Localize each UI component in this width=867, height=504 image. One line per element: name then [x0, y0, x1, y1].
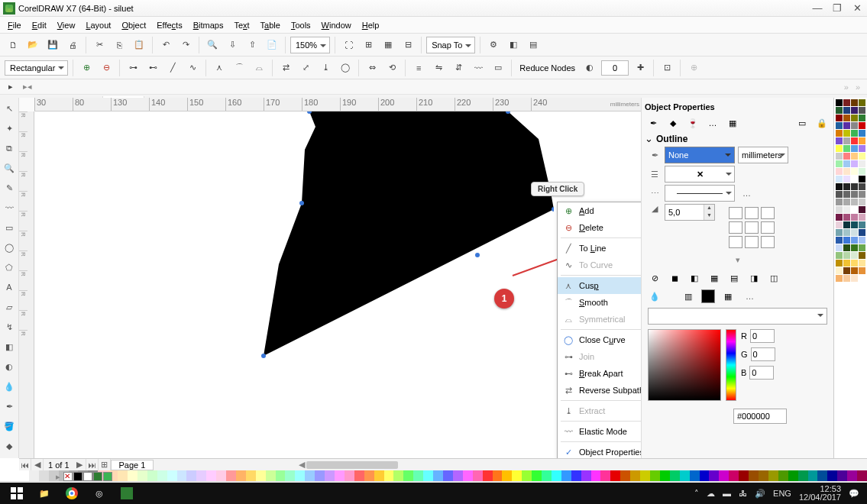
palette-swatch[interactable] [859, 214, 865, 221]
palette-swatch[interactable] [843, 115, 850, 121]
palette-swatch[interactable] [851, 137, 858, 144]
reflect-h-button[interactable]: ⇋ [430, 60, 447, 76]
grid-button[interactable]: ▦ [380, 37, 396, 53]
page-tab-1[interactable]: Page 1 [111, 460, 154, 470]
ctx-to-line[interactable]: ╱To Line [558, 240, 641, 257]
palette-swatch[interactable] [851, 130, 858, 137]
palette-swatch[interactable] [843, 229, 850, 236]
palette-swatch[interactable] [851, 214, 858, 221]
maximize-button[interactable]: ❐ [830, 2, 844, 14]
pick-tool-icon[interactable]: ▸ [5, 81, 17, 93]
palette-swatch[interactable] [859, 130, 865, 137]
menu-effects[interactable]: Effects [152, 19, 186, 31]
palette-swatch[interactable] [859, 168, 865, 175]
start-button[interactable] [3, 484, 31, 502]
r-input[interactable] [750, 329, 775, 343]
ctx-reverse[interactable]: ⇄Reverse Subpaths [558, 382, 641, 399]
tray-onedrive-icon[interactable]: ☁ [707, 489, 715, 499]
artistic-tool[interactable]: 〰 [2, 200, 17, 215]
palette-swatch[interactable] [859, 160, 865, 167]
palette-swatch[interactable] [843, 252, 850, 259]
reduce-value-input[interactable]: 0 [601, 60, 629, 76]
ctx-break-apart[interactable]: ⊷Break Apart [558, 365, 641, 382]
palette-swatch[interactable] [843, 122, 850, 129]
paste-button[interactable]: 📋 [131, 37, 147, 53]
palette-icon[interactable]: ▦ [721, 289, 735, 303]
app-button[interactable]: ▤ [525, 37, 542, 53]
ctx-smooth[interactable]: ⌒Smooth [558, 294, 641, 311]
cusp-node-button[interactable]: ⋏ [211, 60, 228, 76]
menu-table[interactable]: Table [256, 19, 285, 31]
miter-value[interactable] [665, 208, 704, 217]
print-button[interactable]: 🖨 [64, 37, 81, 53]
palette-swatch[interactable] [859, 244, 865, 251]
palette-swatch[interactable] [859, 107, 865, 114]
palette-swatch[interactable] [843, 107, 850, 114]
symmetrical-node-button[interactable]: ⌓ [251, 60, 267, 76]
palette-swatch[interactable] [851, 237, 858, 244]
curve-shape[interactable] [218, 111, 554, 371]
palette-swatch[interactable] [843, 214, 850, 221]
palette-swatch[interactable] [836, 191, 843, 198]
transparency-tool[interactable]: ◐ [2, 359, 17, 374]
tray-date[interactable]: 12/04/2017 [799, 493, 841, 502]
palette-swatch[interactable] [851, 168, 858, 175]
uniform-fill-icon[interactable]: ◼ [668, 271, 681, 285]
palette-swatch[interactable] [836, 260, 843, 267]
palette-swatch[interactable] [836, 237, 843, 244]
import-button[interactable]: ⇩ [224, 37, 241, 53]
zoom-level-dropdown[interactable]: 150% [290, 37, 330, 53]
shape-tool[interactable]: ✦ [2, 121, 17, 136]
palette-swatch[interactable] [851, 145, 858, 152]
fill-tab-icon[interactable]: ◆ [666, 116, 680, 130]
palette-swatch[interactable] [843, 137, 850, 144]
palette-swatch[interactable] [836, 153, 843, 160]
palette-swatch[interactable] [836, 275, 843, 282]
dash-more-icon[interactable]: … [742, 189, 752, 198]
save-button[interactable]: 💾 [44, 37, 61, 53]
palette-swatch[interactable] [843, 130, 850, 137]
page-next[interactable]: ▶ [74, 459, 86, 470]
menu-text[interactable]: Text [229, 19, 254, 31]
stretch-button[interactable]: ⇔ [364, 60, 380, 76]
taskbar-app1[interactable]: ◎ [86, 484, 113, 502]
taskbar-coreldraw[interactable] [113, 484, 141, 502]
palette-swatch[interactable] [859, 122, 865, 129]
menu-layout[interactable]: Layout [81, 19, 115, 31]
miter-input[interactable]: ▲▼ [665, 204, 715, 221]
green-swatch[interactable] [93, 472, 102, 481]
palette-swatch[interactable] [859, 221, 865, 228]
palette-swatch[interactable] [843, 160, 850, 167]
break-node-button[interactable]: ⊷ [144, 60, 161, 76]
palette-swatch[interactable] [836, 229, 843, 236]
ctx-add[interactable]: ⊕Add [558, 202, 641, 219]
add-node-button[interactable]: ⊕ [78, 60, 95, 76]
tray-notifications-icon[interactable]: 💬 [849, 489, 859, 499]
palette-swatch[interactable] [859, 199, 865, 205]
fullscreen-button[interactable]: ⛶ [340, 37, 357, 53]
transparency-tab-icon[interactable]: 🍷 [686, 116, 700, 130]
hscroll-thumb[interactable] [306, 461, 398, 469]
color-more-icon[interactable]: … [746, 292, 755, 301]
close-button[interactable]: ✕ [850, 2, 864, 14]
mesh-fill-icon[interactable]: ◫ [767, 271, 781, 285]
palette-swatch[interactable] [836, 183, 843, 190]
minimize-button[interactable]: — [810, 2, 824, 14]
palette-swatch[interactable] [836, 244, 843, 251]
overflow-icon[interactable]: » » [844, 82, 862, 92]
palette-swatch[interactable] [851, 122, 858, 129]
palette-swatch[interactable] [851, 153, 858, 160]
rulers-button[interactable]: ⊞ [360, 37, 377, 53]
palette-swatch[interactable] [836, 99, 843, 106]
palette-swatch[interactable] [851, 275, 858, 282]
connector-tool[interactable]: ↯ [2, 319, 17, 334]
palette-swatch[interactable] [836, 107, 843, 114]
parallel-tool[interactable]: ▱ [2, 299, 17, 315]
elastic-button[interactable]: 〰 [470, 60, 487, 76]
launcher-button[interactable]: ◧ [505, 37, 522, 53]
palette-swatch[interactable] [859, 229, 865, 236]
palette-swatch[interactable] [836, 176, 843, 183]
redo-button[interactable]: ↷ [177, 37, 194, 53]
reduce-apply-button[interactable]: ✚ [632, 60, 649, 76]
open-button[interactable]: 📂 [24, 37, 41, 53]
